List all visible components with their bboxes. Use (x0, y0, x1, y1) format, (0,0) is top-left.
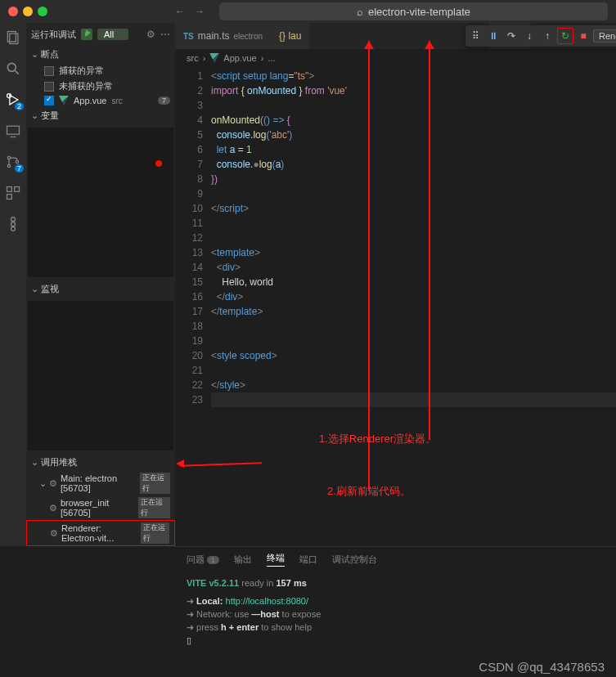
checkbox-icon[interactable] (44, 82, 54, 92)
tab-debug-console[interactable]: 调试控制台 (332, 554, 377, 566)
svg-rect-12 (15, 187, 20, 192)
step-over-icon[interactable]: ↷ (503, 28, 519, 44)
svg-point-10 (16, 160, 18, 163)
window-maximize-icon[interactable] (38, 7, 47, 16)
terminal-output[interactable]: VITE v5.2.11 ready in 157 ms ➜ Local: ht… (175, 572, 616, 652)
window-close-icon[interactable] (8, 7, 18, 16)
extensions-icon[interactable] (5, 185, 21, 201)
explorer-icon[interactable] (5, 29, 21, 46)
breakpoint-file-item[interactable]: App.vuesrc7 (26, 94, 175, 107)
svg-point-8 (7, 156, 10, 159)
variables-panel (28, 128, 173, 277)
pause-icon[interactable]: ⏸ (485, 28, 501, 44)
title-bar: ← → ⌕ electron-vite-template (0, 0, 616, 23)
tab-ports[interactable]: 端口 (299, 554, 317, 566)
stop-icon[interactable]: ■ (575, 28, 591, 44)
tab-main-ts[interactable]: TSmain.tselectron (175, 23, 271, 49)
debug-icon[interactable]: 2 (5, 92, 21, 108)
callstack-item[interactable]: ⚙browser_init [56705]正在运行 (26, 495, 175, 520)
step-into-icon[interactable]: ↓ (521, 28, 537, 44)
activity-bar: 2 7 (0, 23, 26, 546)
debug-target-dropdown[interactable]: Renderer (593, 29, 616, 43)
source-control-icon[interactable]: 7 (5, 154, 21, 170)
svg-rect-6 (7, 126, 20, 134)
vue-icon (209, 53, 219, 63)
gear-icon[interactable]: ⚙ (146, 29, 155, 40)
debug-config-dropdown[interactable]: All (97, 29, 128, 40)
watermark: CSDN @qq_43478653 (479, 660, 605, 674)
callstack-item[interactable]: ⌄⚙Main: electron [56703]正在运行 (26, 471, 175, 495)
watch-section[interactable]: ⌄监视 (26, 280, 175, 298)
more-icon[interactable]: ⋯ (160, 29, 170, 40)
figma-icon[interactable] (5, 216, 21, 232)
nav-forward-icon[interactable]: → (195, 6, 205, 17)
terminal-tabs: 问题 1 输出 终端 端口 调试控制台 (175, 547, 616, 572)
nav-back-icon[interactable]: ← (175, 6, 185, 17)
variables-section[interactable]: ⌄变量 (26, 107, 175, 124)
code-content[interactable]: <script setup lang="ts"> import { onMoun… (211, 67, 616, 546)
code-editor[interactable]: 1234567891011121314151617181920212223 <s… (175, 67, 616, 546)
restart-icon[interactable]: ↻ (557, 28, 573, 44)
search-icon: ⌕ (357, 6, 363, 18)
svg-rect-13 (7, 195, 12, 200)
debug-sidebar: 运行和调试 All ⚙ ⋯ ⌄断点 捕获的异常 未捕获的异常 App.vuesr… (26, 23, 175, 546)
svg-rect-11 (7, 187, 12, 192)
svg-point-14 (11, 217, 16, 222)
project-title: electron-vite-template (368, 6, 470, 18)
line-gutter: 1234567891011121314151617181920212223 (175, 67, 211, 546)
svg-point-16 (11, 226, 16, 231)
checkbox-icon[interactable] (44, 66, 54, 76)
svg-point-2 (7, 63, 16, 71)
editor-area: TSmain.tselectron {} lau .tssrc ⠿ ⏸ ↷ ↓ … (175, 23, 616, 546)
grip-icon[interactable]: ⠿ (467, 28, 483, 44)
uncaught-exceptions-item[interactable]: 未捕获的异常 (26, 78, 175, 94)
breakpoints-section[interactable]: ⌄断点 (26, 46, 175, 63)
tab-output[interactable]: 输出 (234, 554, 252, 566)
tab-launch[interactable]: {} lau (271, 23, 309, 49)
window-minimize-icon[interactable] (23, 7, 33, 16)
callstack-section[interactable]: ⌄调用堆栈 (26, 454, 175, 471)
tab-terminal[interactable]: 终端 (267, 552, 285, 567)
watch-panel (28, 301, 173, 451)
ts-icon: TS (183, 32, 194, 41)
debug-toolbar[interactable]: ⠿ ⏸ ↷ ↓ ↑ ↻ ■ Renderer (465, 25, 616, 47)
callstack-item-renderer[interactable]: ⚙Renderer: Electron-vit...正在运行 (26, 520, 175, 546)
command-center[interactable]: ⌕ electron-vite-template (219, 2, 608, 20)
search-icon[interactable] (5, 61, 21, 77)
svg-point-15 (11, 222, 16, 226)
step-out-icon[interactable]: ↑ (539, 28, 555, 44)
checkbox-checked-icon[interactable] (44, 96, 54, 105)
caught-exceptions-item[interactable]: 捕获的异常 (26, 63, 175, 78)
svg-line-3 (16, 71, 19, 74)
run-debug-label: 运行和调试 (31, 29, 76, 41)
tab-bar: TSmain.tselectron {} lau .tssrc ⠿ ⏸ ↷ ↓ … (175, 23, 616, 49)
breadcrumb[interactable]: src› App.vue› ... (175, 49, 616, 67)
svg-point-9 (7, 164, 10, 167)
tab-problems[interactable]: 问题 1 (187, 554, 219, 566)
terminal-panel: 问题 1 输出 终端 端口 调试控制台 VITE v5.2.11 ready i… (175, 546, 616, 656)
vue-icon (59, 96, 69, 105)
remote-icon[interactable] (5, 123, 21, 139)
